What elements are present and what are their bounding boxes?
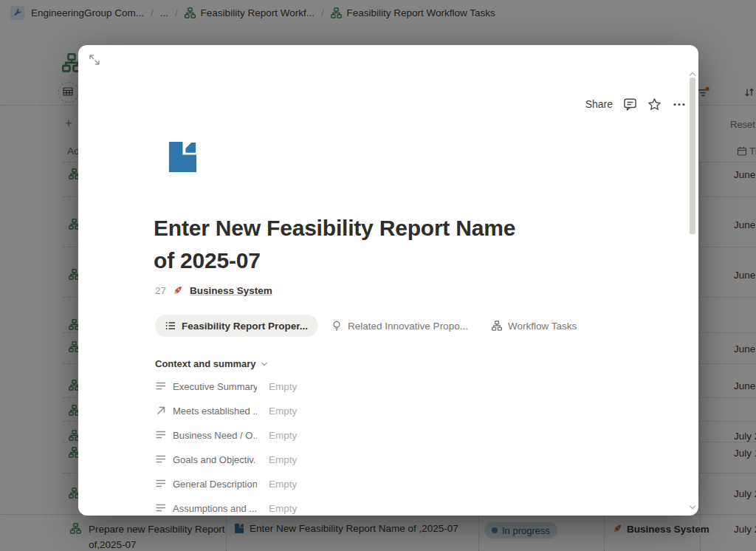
- tab-related-innovative-proposals[interactable]: Related Innovative Propo...: [331, 315, 468, 337]
- rocket-icon: [172, 284, 184, 296]
- text-property-icon: [155, 380, 167, 392]
- property-row-business-need[interactable]: Business Need / O... Empty: [155, 428, 297, 442]
- arrow-up-right-icon: [155, 405, 167, 417]
- workflow-icon: [492, 321, 502, 331]
- more-options-icon[interactable]: [672, 97, 687, 112]
- business-system-link[interactable]: Business System: [190, 285, 272, 296]
- text-property-icon: [155, 478, 167, 490]
- share-button[interactable]: Share: [585, 98, 613, 110]
- text-property-icon: [155, 502, 167, 514]
- property-list: Executive Summary Empty Meets establishe…: [155, 379, 297, 516]
- property-value: Empty: [269, 503, 297, 514]
- tab-workflow-tasks[interactable]: Workflow Tasks: [492, 315, 577, 337]
- property-row-meets-established[interactable]: Meets established ... Empty: [155, 403, 297, 418]
- record-count: 27: [155, 285, 166, 296]
- list-properties-icon: [165, 321, 176, 331]
- property-row-general-description[interactable]: General Description Empty: [155, 476, 297, 491]
- page-document-icon[interactable]: [164, 140, 199, 174]
- scroll-up-icon[interactable]: [689, 72, 696, 77]
- text-property-icon: [155, 454, 167, 465]
- property-row-goals-and-objectives[interactable]: Goals and Objectiv... Empty: [155, 452, 297, 467]
- chevron-down-icon: [261, 360, 268, 368]
- property-row-executive-summary[interactable]: Executive Summary Empty: [155, 379, 297, 394]
- modal-actions: Share: [585, 95, 687, 113]
- text-property-icon: [155, 429, 167, 441]
- scroll-down-icon[interactable]: [689, 504, 696, 510]
- section-context-and-summary[interactable]: Context and summary: [155, 358, 268, 369]
- scrollbar-thumb[interactable]: [690, 78, 695, 234]
- modal-scrollbar[interactable]: [689, 72, 696, 510]
- comments-icon[interactable]: [623, 97, 637, 112]
- property-row-assumptions[interactable]: Assumptions and ... Empty: [155, 501, 297, 516]
- favorite-star-icon[interactable]: [647, 97, 662, 112]
- property-value: Empty: [269, 454, 297, 465]
- page-title[interactable]: Enter New Feasibility Report Name of 202…: [154, 212, 626, 277]
- tab-feasibility-report-properties[interactable]: Feasibility Report Proper...: [155, 315, 318, 337]
- property-value: Empty: [269, 381, 297, 392]
- lightbulb-icon: [331, 321, 342, 331]
- page-tabs: Feasibility Report Proper... Related Inn…: [155, 315, 577, 337]
- expand-page-icon[interactable]: [89, 54, 100, 66]
- page-peek-modal: Share Enter New: [78, 45, 698, 516]
- property-value: Empty: [269, 479, 297, 490]
- page-meta: 27 Business System: [155, 284, 272, 296]
- property-value: Empty: [269, 430, 297, 441]
- property-value: Empty: [269, 405, 297, 417]
